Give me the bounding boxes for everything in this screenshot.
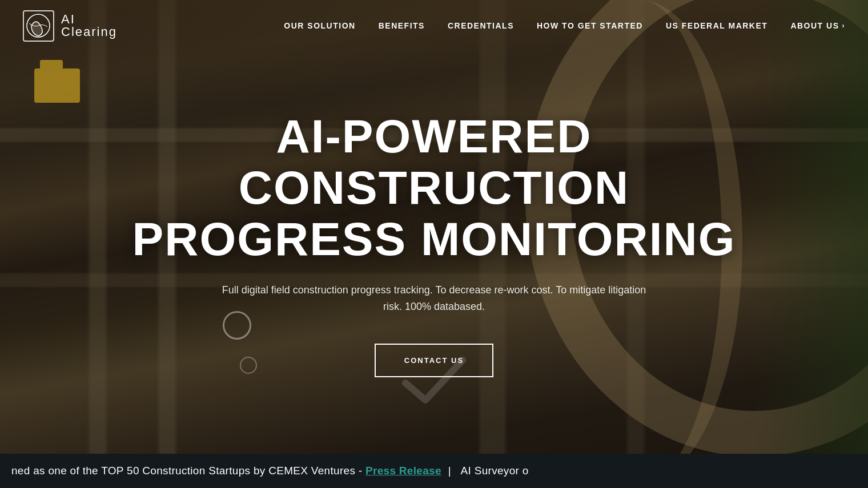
ticker-text-before: ned as one of the TOP 50 Construction St…	[11, 465, 365, 477]
chevron-down-icon: ›	[842, 22, 846, 30]
nav-link-benefits[interactable]: BENEFITS	[379, 21, 425, 30]
nav-links: OUR SOLUTION BENEFITS CREDENTIALS HOW TO…	[284, 21, 845, 31]
ticker-content: ned as one of the TOP 50 Construction St…	[0, 465, 529, 477]
hero-content: AI-POWERED CONSTRUCTION PROGRESS MONITOR…	[0, 34, 868, 454]
contact-us-button[interactable]: CONTACT US	[375, 344, 493, 377]
nav-link-about-us[interactable]: ABOUT US ›	[790, 21, 845, 30]
logo-ai-text: AI	[61, 13, 117, 26]
nav-link-us-federal-market[interactable]: US FEDERAL MARKET	[666, 21, 767, 30]
ticker-separator: |	[448, 465, 451, 477]
ticker-text-after: AI Surveyor o	[458, 465, 529, 477]
ticker-bar: ned as one of the TOP 50 Construction St…	[0, 454, 868, 488]
nav-link-credentials[interactable]: CREDENTIALS	[448, 21, 514, 30]
nav-item-how-to-get-started[interactable]: HOW TO GET STARTED	[537, 21, 643, 31]
nav-item-credentials[interactable]: CREDENTIALS	[448, 21, 514, 31]
hero-section: AI Clearing OUR SOLUTION BENEFITS CREDEN…	[0, 0, 868, 454]
nav-link-our-solution[interactable]: OUR SOLUTION	[284, 21, 355, 30]
nav-link-how-to-get-started[interactable]: HOW TO GET STARTED	[537, 21, 643, 30]
hero-subtitle: Full digital field construction progress…	[211, 282, 657, 315]
hero-title: AI-POWERED CONSTRUCTION PROGRESS MONITOR…	[114, 111, 754, 265]
nav-item-benefits[interactable]: BENEFITS	[379, 21, 425, 31]
nav-item-about-us[interactable]: ABOUT US ›	[790, 21, 845, 30]
press-release-link[interactable]: Press Release	[365, 465, 441, 477]
nav-item-our-solution[interactable]: OUR SOLUTION	[284, 21, 355, 31]
nav-item-us-federal-market[interactable]: US FEDERAL MARKET	[666, 21, 767, 31]
